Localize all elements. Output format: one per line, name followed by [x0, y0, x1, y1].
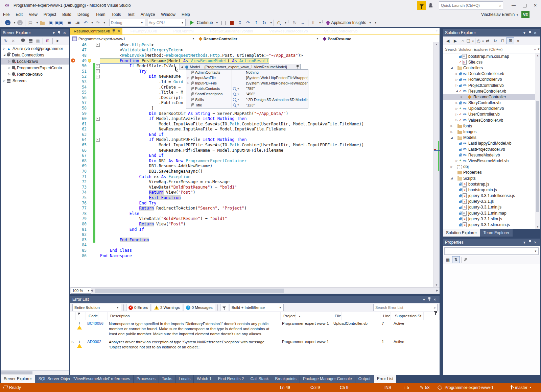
bottom-panel-tab[interactable]: Watch 1 [194, 375, 215, 383]
magnifier-icon[interactable] [233, 87, 236, 90]
description-column-header[interactable]: Description [108, 312, 281, 320]
categorized-icon[interactable]: ▦ [444, 258, 451, 262]
code-line[interactable]: 81 End If [70, 227, 434, 232]
document-tab[interactable]: FillEmptyDB.vb [122, 28, 165, 34]
pin-icon[interactable] [112, 29, 115, 33]
branch-indicator[interactable]: master▲ [510, 383, 532, 392]
document-tab[interactable]: Post.vbhtml [165, 28, 202, 34]
scroll-down-icon[interactable]: ▼ [536, 225, 539, 228]
code-line[interactable]: 69 DB1.Resumes.Add(NewResume) [70, 164, 434, 169]
suppression-column-header[interactable]: Suppression St.. [392, 312, 440, 320]
solution-explorer-tab[interactable]: Solution Explorer [443, 229, 480, 237]
solution-tree-item[interactable]: ◢Models [443, 135, 540, 141]
code-line[interactable]: 76 End Try [70, 200, 434, 206]
code-line[interactable]: 59 Dim UserRootDir As String = Server.Ma… [70, 111, 434, 116]
bottom-panel-tab[interactable]: Find Results 2 [215, 375, 247, 383]
datatip-member[interactable]: ▷InputPDFFile{System.Web.HttpPostedFileW… [186, 80, 308, 86]
delete-icon[interactable]: ✕ [9, 39, 17, 43]
bottom-panel-tab[interactable]: Call Stack [247, 375, 272, 383]
collapsed-arrow-icon[interactable]: ▷ [460, 95, 464, 98]
home-icon[interactable]: ⌂ [459, 39, 466, 43]
method-dropdown[interactable]: PostResume [321, 35, 440, 42]
close-icon[interactable]: ✕ [533, 31, 538, 35]
project-dropdown[interactable]: Programmer-expert-www-1 ▼ [70, 35, 197, 42]
code-line[interactable]: 64- If Model.InputPDFFile IsNot Nothing … [70, 137, 434, 143]
code-line[interactable]: 79 ViewData("BoldPostResume") = "bold1" [70, 216, 434, 222]
collapsed-arrow-icon[interactable]: ▷ [454, 72, 459, 75]
menu-edit[interactable]: Edit [13, 11, 26, 18]
notifications-filter-button[interactable] [417, 1, 426, 10]
scroll-thumb[interactable] [536, 101, 539, 212]
errors-filter-button[interactable]: ✕0 Errors [126, 304, 150, 311]
step-into-button[interactable]: ↧ [236, 19, 244, 26]
bottom-panel-tab[interactable]: Breakpoints [272, 375, 300, 383]
datatip-member[interactable]: AdminContactsNothing [186, 70, 308, 75]
solution-tree-item[interactable]: ▷+VBViewResumeModel.vb [443, 158, 540, 164]
collapsed-arrow-icon[interactable]: ▷ [454, 119, 459, 122]
minimize-button[interactable]: — [509, 1, 519, 9]
code-line[interactable]: 71 Catch ex As Exception [70, 174, 434, 179]
refresh-button[interactable]: ↻ [291, 19, 299, 26]
collapsed-arrow-icon[interactable]: ▷ [454, 78, 459, 81]
collapsed-arrow-icon[interactable]: ▷ [454, 101, 459, 104]
solution-tree-item[interactable]: jquery-3.3.1.min.map [443, 210, 540, 216]
pin-icon[interactable] [56, 30, 62, 35]
expanded-arrow-icon[interactable]: ◢ [449, 177, 454, 180]
build-intellisense-combo[interactable]: Build + IntelliSense▼ [230, 304, 284, 311]
code-line[interactable]: 49 Function PostResume(Model As ViewResu… [70, 58, 434, 64]
project-column-header[interactable]: Project▲ [281, 312, 332, 320]
solution-tree-item[interactable]: ▷fonts [443, 123, 540, 129]
code-line[interactable]: 46- <Mvc.HttpPost> [70, 42, 434, 48]
magnifier-icon[interactable] [233, 103, 236, 106]
menu-team[interactable]: Team [92, 11, 108, 18]
navigate-forward-button[interactable]: → [16, 19, 24, 26]
collapsed-arrow-icon[interactable]: ▷ [454, 84, 459, 87]
collapse-all-icon[interactable]: ⊟ [499, 39, 506, 43]
code-line[interactable]: 63 End If [70, 132, 434, 137]
file-column-header[interactable]: File [332, 312, 380, 320]
chevron-down-icon[interactable]: ▼ [237, 98, 239, 101]
expand-arrow-icon[interactable]: ▷ [186, 76, 190, 79]
show-all-files-icon[interactable]: ⊞ [507, 37, 514, 44]
expanded-arrow-icon[interactable]: ◢ [449, 66, 454, 69]
indent-icon[interactable]: ⹂≣ [73, 19, 81, 26]
collapsed-arrow-icon[interactable]: ▷ [449, 124, 454, 127]
solution-search-input[interactable] [443, 47, 534, 51]
error-code-link[interactable]: AD0002 [86, 340, 108, 344]
scroll-down-icon[interactable]: ▼ [435, 284, 438, 287]
expanded-arrow-icon[interactable]: ◢ [454, 90, 459, 93]
collapsed-arrow-icon[interactable]: ▷ [454, 159, 459, 162]
warnings-filter-button[interactable]: 2 Warnings [152, 304, 182, 311]
horizontal-scrollbar[interactable] [1, 370, 69, 375]
solution-tree-item[interactable]: jquery-3.3.1.intellisense.js [443, 193, 540, 199]
error-search-input[interactable] [374, 305, 434, 310]
close-icon[interactable]: ✕ [117, 28, 120, 34]
vertical-scrollbar[interactable]: ▲ ▼ [535, 53, 540, 229]
datatip-member[interactable]: PublicContacts▼"789" [186, 86, 308, 91]
toolbar-grip[interactable] [1, 20, 3, 25]
horizontal-scroll-thumb[interactable] [95, 289, 284, 293]
repository-indicator[interactable]: Programmer-expert-www-1 [438, 383, 494, 392]
code-line[interactable]: 72 ViewBag.ErrorMessage = ex.Message [70, 179, 434, 185]
datatip-member[interactable]: ShortDescription▼"456" [186, 91, 308, 97]
document-tab[interactable]: ResumeController.vb✕ [70, 28, 122, 34]
bottom-panel-tab[interactable]: Output [355, 375, 374, 383]
line-numbers-toggle-icon[interactable]: ⌗ [309, 19, 317, 26]
code-line[interactable]: 67 End If [70, 153, 434, 158]
pending-edits-count[interactable]: ✎58 [420, 383, 429, 392]
menu-analyze[interactable]: Analyze [138, 11, 158, 18]
redo-button[interactable]: ↷ [94, 19, 102, 26]
solution-tree-item[interactable]: ▷VBStoryController.vb [443, 100, 540, 106]
solution-tree-item[interactable]: bootstrap.min.js [443, 187, 540, 193]
code-line[interactable]: 85 End Class [70, 248, 434, 253]
application-insights-button[interactable]: Application Insights ▼ [326, 20, 371, 25]
code-line[interactable]: 78 Else [70, 211, 434, 216]
solution-tree-item[interactable]: ▷VBHomeController.vb [443, 77, 540, 82]
solution-tree-item[interactable]: jquery-3.3.1.slim.js [443, 216, 540, 222]
menu-file[interactable]: File [0, 11, 13, 18]
filter-button[interactable] [220, 304, 228, 311]
messages-filter-button[interactable]: i0 Messages [184, 304, 215, 311]
chevron-down-icon[interactable]: ▼ [36, 21, 39, 24]
solution-tree-item[interactable]: ▷VBProjectController.vb [443, 82, 540, 88]
menu-view[interactable]: View [26, 11, 41, 18]
